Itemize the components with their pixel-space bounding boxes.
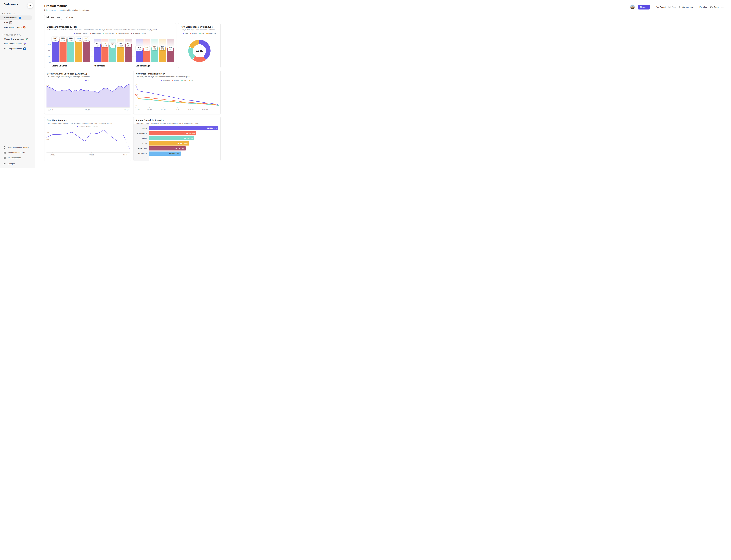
x-axis-label: 15th day <box>174 108 180 110</box>
funnel-step-add-people: 76%4.2K76%1.38K75%95976%1.02K76%845Add P… <box>94 39 132 62</box>
funnel-bar-pct: 76% <box>118 43 123 45</box>
spend-rows: SaaS34.3M• 17%eCommerce23.4M• 11.6%Media… <box>133 126 218 156</box>
spend-bar-pct: • 9% <box>181 148 184 149</box>
sidebar-section-label: CREATED BY YOU <box>4 34 21 36</box>
legend-label: trial · 47.2% <box>105 33 114 34</box>
sidebar-section-label: FAVORITES <box>4 13 15 15</box>
page-subtitle: Primary metrics for our Slack-like colla… <box>44 9 90 11</box>
spend-bar[interactable]: 22.4M• 11.1% <box>149 136 194 140</box>
funnel-bar[interactable] <box>59 39 66 62</box>
stickiness-card-subtitle: Dau, last 30 days · How "sticky" is crea… <box>47 76 128 78</box>
spend-bar-value: 19.9M <box>177 142 182 144</box>
spend-bar[interactable]: 23.4M• 11.6% <box>149 131 196 135</box>
sidebar-item-kpis[interactable]: KPIs <box>0 20 35 25</box>
spend-row-social: Social19.9M• 9.9% <box>133 141 218 146</box>
sidebar-title: Dashboards <box>4 3 18 6</box>
collision-icon <box>23 26 26 29</box>
sidebar-item-plan-upgrade-metrics[interactable]: Plan upgrade metrics <box>0 46 35 51</box>
spend-bar-pct: • 7.9% <box>174 153 179 154</box>
sidebar-item-new-user-dashboard[interactable]: New User Dashboard <box>0 41 35 46</box>
funnel-step-create-channel: 100%5.55K100%1.82K100%1.28K100%1.34K100%… <box>52 39 90 62</box>
donut-card-subtitle: Total, last 30 days · How many new works… <box>181 29 218 31</box>
sidebar-item-label: Onboarding Experiment <box>4 38 24 40</box>
legend-dot <box>161 80 162 81</box>
legend-item-free: free <box>181 79 186 81</box>
legend-item-trial-47-2: trial · 47.2% <box>103 33 114 34</box>
funnel-bar-slot: 60%828 <box>143 39 150 62</box>
sidebar-item-label: New Product Launch <box>4 26 22 28</box>
x-axis-tick <box>191 107 191 108</box>
spend-bar-pct: • 11.1% <box>187 137 193 139</box>
sidebar-item-onboarding-experiment[interactable]: Onboarding Experiment <box>0 37 35 41</box>
funnel-step-label: Create Channel <box>52 65 67 67</box>
legend-dot <box>181 80 183 81</box>
sidebar-item-new-product-launch[interactable]: New Product Launch <box>0 25 35 30</box>
legend-label: enterprise <box>163 79 170 81</box>
spend-row-media: Media22.4M• 11.1% <box>133 136 218 141</box>
x-axis-label: JUL 13 <box>122 154 127 156</box>
funnel-bar-pct: 100% <box>61 37 65 39</box>
legend-dot <box>77 126 78 127</box>
funnel-bar-slot: 76%845 <box>125 39 132 62</box>
legend-dot <box>183 33 184 34</box>
collapse-button[interactable]: Collapse <box>0 161 35 166</box>
legend-item-free-45-4: free · 45.4% <box>90 33 101 34</box>
spend-bar-pct: • 17% <box>212 127 217 129</box>
y-axis-label: 25% <box>45 56 51 57</box>
retention-card-title: New User Retention by Plan <box>136 72 218 75</box>
funnel-bar-pct: 100% <box>84 37 89 39</box>
line-chart: 700600 <box>46 129 129 152</box>
funnel-bar-slot: 63%607 <box>151 39 158 62</box>
funnel-bar-label: 76%1.02K <box>117 42 124 47</box>
funnel-bar-pct: 76% <box>95 43 99 45</box>
legend-dot <box>172 80 173 81</box>
funnel-bar-value: 1.02K <box>118 45 123 47</box>
spend-bar[interactable]: 19.9M• 9.9% <box>149 141 189 146</box>
funnel-bar-label: 62%2.58K <box>136 46 142 51</box>
legend-dot <box>206 33 208 34</box>
funnel-bar[interactable] <box>67 39 74 62</box>
spend-bar[interactable]: 15.8M• 7.9% <box>149 152 181 156</box>
add-dashboard-button[interactable]: + <box>27 3 33 8</box>
funnel-bar[interactable] <box>75 39 82 62</box>
legend-label: trial <box>191 79 193 81</box>
sidebar-footer-most-viewed-dashboards[interactable]: Most Viewed Dashboards <box>0 145 35 150</box>
funnel-bar-value: 845 <box>127 45 130 47</box>
sidebar-section-header[interactable]: CREATED BY YOU <box>0 33 35 36</box>
legend-item-free: free <box>183 33 188 34</box>
sidebar-item-label: KPIs <box>4 21 8 24</box>
x-axis-label: JUN 01 <box>89 154 94 156</box>
funnel-bar[interactable] <box>52 39 59 62</box>
retention-card: New User Retention by Plan Retention, La… <box>133 70 221 114</box>
filter-button[interactable]: Filter <box>66 16 74 19</box>
sidebar-item-product-metrics[interactable]: Product Metrics# <box>0 15 32 20</box>
sidebar-section-header[interactable]: FAVORITES <box>0 12 35 15</box>
funnel-bar[interactable] <box>83 39 90 62</box>
spend-bar[interactable]: 34.3M• 17% <box>149 126 218 130</box>
stickiness-card-body: A/B 0.020.010JUN 18JUL 03JUL 17 <box>44 78 131 114</box>
sidebar-footer-all-dashboards[interactable]: All Dashboards <box>0 155 35 160</box>
funnel-bar-value: 1.11K <box>84 39 89 41</box>
funnel-bar-label: 100%1.82K <box>60 37 66 42</box>
funnel-bar-pct: 63% <box>153 46 156 48</box>
sidebar-footer-recent-dashboards[interactable]: Recent Dashboards <box>0 150 35 155</box>
line-chart: 0.020.010 <box>46 83 129 107</box>
funnel-bar-value: 1.82K <box>61 39 65 41</box>
x-axis-label: 20th day <box>188 108 194 110</box>
accounts-legend: Account Created – Unique <box>44 126 131 128</box>
select-date-button[interactable]: Select Date <box>44 15 62 20</box>
sidebar: Dashboards + FAVORITESProduct Metrics#KP… <box>0 0 35 168</box>
y-axis-label: 50% <box>45 50 51 51</box>
svg-text:600: 600 <box>46 139 49 140</box>
funnel-bar-value: 959 <box>111 45 114 47</box>
funnel-bar-label: 75%959 <box>110 43 115 48</box>
funnel-bar-value: 1.34K <box>76 39 81 41</box>
spend-row-label: Healthcare <box>133 153 149 155</box>
funnel-bar-pct: 75% <box>111 43 114 45</box>
funnel-bar-pct: 60% <box>145 47 148 49</box>
funnel-bar-value: 828 <box>145 49 148 51</box>
sidebar-section: CREATED BY YOUOnboarding ExperimentNew U… <box>0 33 35 51</box>
legend-item-overall-46-5: Overall · 46.5% <box>74 33 87 34</box>
spend-bar[interactable]: 18.2M• 9% <box>149 146 186 150</box>
funnel-step-label: Add People <box>94 65 105 67</box>
